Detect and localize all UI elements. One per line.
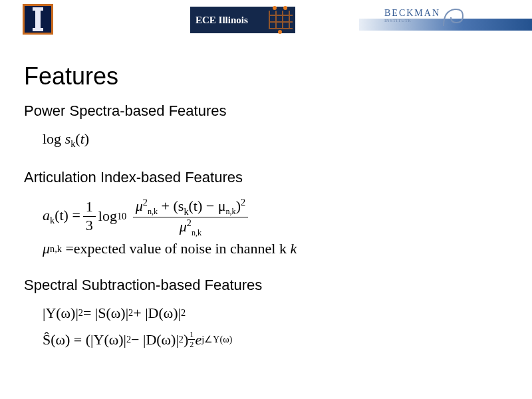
illinois-logo-icon [23,4,53,35]
formula-articulation: ak(t) = 1 3 log10 μ2n,k + (sk(t) − μn,k)… [24,190,508,267]
beckman-logo-icon: BECKMAN INSTITUTE [359,4,532,33]
slide-header: ECE Illinois BECKMAN INSTITUTE [0,0,532,36]
beckman-logo-text: BECKMAN INSTITUTE [384,8,440,23]
section-heading-power: Power Spectra-based Features [24,102,508,120]
section-heading-articulation: Articulation Index-based Features [24,169,508,186]
ece-illinois-logo-icon: ECE Illinois [190,7,295,33]
page-title: Features [24,63,508,90]
swirl-icon [440,3,467,29]
slide-body: Features Power Spectra-based Features lo… [0,36,532,359]
beckman-main-label: BECKMAN [384,8,440,18]
formula-power: log sk(t) [24,124,508,160]
circuit-icon [266,8,295,32]
formula-spectral: |Y(ω)|2 = |S(ω)|2 + |D(ω)|2 Ŝ(ω) = (|Y(ω… [24,298,508,359]
section-heading-spectral: Spectral Subtraction-based Features [24,277,508,294]
mu-definition-text: expected value of noise in channel k [74,240,287,257]
ece-logo-text: ECE Illinois [190,8,266,32]
beckman-sub-label: INSTITUTE [384,18,440,23]
